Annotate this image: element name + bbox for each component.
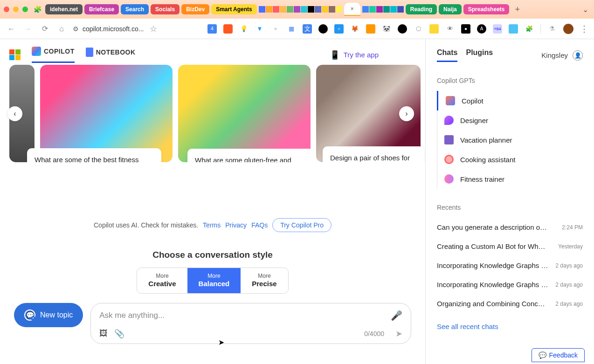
extension-icon[interactable]: ▫ xyxy=(334,24,344,34)
sidebar-tab-chats[interactable]: Chats xyxy=(437,48,457,62)
close-window[interactable] xyxy=(4,7,9,12)
style-balanced[interactable]: More Balanced xyxy=(187,268,241,293)
tab-favicon: 🧩 xyxy=(34,6,41,13)
forward-button[interactable]: → xyxy=(22,25,34,33)
new-topic-button[interactable]: 💬 New topic xyxy=(14,303,83,327)
gpt-designer[interactable]: Designer xyxy=(437,110,583,130)
recent-chat[interactable]: Organizing and Combining Concepts 2 days… xyxy=(437,294,583,313)
recent-chat[interactable]: Creating a Custom AI Bot for WhatsApp Ye… xyxy=(437,237,583,256)
style-precise[interactable]: More Precise xyxy=(241,268,288,293)
active-tab[interactable]: × xyxy=(344,3,360,16)
tab-notebook[interactable]: NOTEBOOK xyxy=(86,48,136,62)
tab-group-naija[interactable]: Naija xyxy=(439,4,462,14)
terms-link[interactable]: Terms xyxy=(203,221,221,229)
tab-group-briefcase[interactable]: Briefcase xyxy=(84,4,119,14)
reload-button[interactable]: ⟳ xyxy=(39,24,50,33)
extensions-puzzle-icon[interactable]: 🧩 xyxy=(525,24,534,34)
extension-icon[interactable]: ▫ xyxy=(271,24,280,34)
suggestion-card-fitness[interactable]: What are some of the best fitness games … xyxy=(40,65,173,162)
labs-icon[interactable]: ⚗ xyxy=(547,24,557,34)
style-creative[interactable]: More Creative xyxy=(137,268,187,293)
suggestion-carousel: ‹ › What are some of the best fitness ga… xyxy=(0,65,425,162)
recent-chat[interactable]: Incorporating Knowledge Graphs for Ch 2 … xyxy=(437,256,583,275)
extension-translate-icon[interactable]: 文 xyxy=(303,24,312,34)
recent-chat[interactable]: Can you generate a description of Spike … xyxy=(437,218,583,237)
bookmark-star-icon[interactable]: ☆ xyxy=(150,24,157,34)
tab-group-reading[interactable]: Reading xyxy=(406,4,437,14)
tab-group-smart-agents[interactable]: Smart Agents xyxy=(211,4,257,14)
carousel-prev-button[interactable]: ‹ xyxy=(7,106,22,121)
feedback-button[interactable]: 💬 Feedback xyxy=(532,348,585,362)
tab-group-idehen[interactable]: idehen.net xyxy=(45,4,83,14)
extension-icon[interactable]: 👁 xyxy=(445,24,455,34)
attachment-icon[interactable]: 📎 xyxy=(114,329,124,339)
tab-group-spreadsheets[interactable]: Spreadsheets xyxy=(463,4,510,14)
maximize-window[interactable] xyxy=(22,7,28,12)
send-icon[interactable]: ➤ xyxy=(395,329,402,339)
extension-icon[interactable]: ▼ xyxy=(255,24,264,34)
composer-input[interactable]: Ask me anything... xyxy=(99,311,391,320)
pinned-tabs[interactable] xyxy=(259,6,342,13)
see-all-chats-link[interactable]: See all recent chats xyxy=(437,323,583,330)
extension-icon[interactable] xyxy=(429,24,439,34)
card-prompt: Design a pair of shoes for the red carpe… xyxy=(323,146,424,162)
right-sidebar: Chats Plugins Kingsley 👤 Copilot GPTs Co… xyxy=(425,39,594,364)
tabs-dropdown[interactable]: ⌄ xyxy=(580,3,590,16)
extension-icon[interactable] xyxy=(398,24,407,34)
extension-metamask-icon[interactable]: 🦊 xyxy=(350,24,359,34)
tab-group-socials[interactable]: Socials xyxy=(151,4,180,14)
new-tab-button[interactable]: + xyxy=(511,5,524,14)
microsoft-logo[interactable] xyxy=(9,49,21,61)
url-text: copilot.microsoft.co... xyxy=(83,25,144,33)
recent-timestamp: 2 days ago xyxy=(555,262,583,269)
composer[interactable]: Ask me anything... 🎤 🖼 📎 0/4000 ➤ xyxy=(90,303,411,344)
suggestion-card-vegan[interactable]: What are some gluten-free and vegan reci… xyxy=(178,65,311,162)
browser-menu-icon[interactable]: ⋮ xyxy=(580,24,588,34)
address-bar[interactable]: ⚙ copilot.microsoft.co... ☆ xyxy=(73,24,157,34)
extension-icon[interactable] xyxy=(509,24,518,34)
extension-icon[interactable]: 💡 xyxy=(239,24,249,34)
microphone-icon[interactable]: 🎤 xyxy=(391,310,402,321)
close-tab-icon[interactable]: × xyxy=(351,6,354,12)
extension-icon[interactable]: ⬡ xyxy=(414,24,423,34)
home-button[interactable]: ⌂ xyxy=(56,25,67,33)
gpt-vacation[interactable]: Vacation planner xyxy=(437,130,583,150)
pinned-tabs-right[interactable] xyxy=(362,6,404,13)
extensions-overflow[interactable]: +64 xyxy=(493,24,502,34)
back-button[interactable]: ← xyxy=(6,25,17,33)
extension-icon[interactable]: 🐼 xyxy=(382,24,391,34)
extension-icon[interactable]: A xyxy=(477,24,486,34)
add-image-icon[interactable]: 🖼 xyxy=(99,329,108,338)
privacy-link[interactable]: Privacy xyxy=(225,221,247,229)
extension-icon[interactable] xyxy=(223,24,233,34)
carousel-next-button[interactable]: › xyxy=(399,106,414,121)
tab-copilot[interactable]: COPILOT xyxy=(32,47,75,63)
profile-avatar[interactable] xyxy=(563,24,573,34)
style-name: Creative xyxy=(148,280,176,288)
extension-icon[interactable]: ● xyxy=(461,24,470,34)
user-menu[interactable]: Kingsley 👤 xyxy=(541,48,583,62)
recent-chat[interactable]: Incorporating Knowledge Graphs in Ch 2 d… xyxy=(437,275,583,294)
try-app-link[interactable]: 📱 Try the app xyxy=(330,50,379,60)
extension-notifications[interactable]: 4 xyxy=(207,24,217,34)
tab-group-bizdev[interactable]: BizDev xyxy=(181,4,209,14)
extension-icon[interactable] xyxy=(318,24,328,34)
tab-group-search[interactable]: Search xyxy=(121,4,149,14)
style-name: Precise xyxy=(252,280,276,288)
gpt-label: Vacation planner xyxy=(460,136,512,144)
minimize-window[interactable] xyxy=(13,7,19,12)
sidebar-tab-plugins[interactable]: Plugins xyxy=(466,48,493,62)
extension-icon[interactable] xyxy=(366,24,375,34)
gpt-label: Cooking assistant xyxy=(460,156,515,164)
site-info-icon[interactable]: ⚙ xyxy=(73,25,79,33)
recent-title: Organizing and Combining Concepts xyxy=(437,300,549,308)
gpt-fitness[interactable]: Fitness trainer xyxy=(437,169,583,189)
gpt-cooking[interactable]: Cooking assistant xyxy=(437,150,583,169)
gpts-section: Copilot GPTs Copilot Designer Vacation p… xyxy=(437,77,583,189)
extension-icon[interactable]: ▦ xyxy=(287,24,296,34)
sidebar-tabs: Chats Plugins Kingsley 👤 xyxy=(437,48,583,62)
try-pro-button[interactable]: Try Copilot Pro xyxy=(272,218,332,232)
gpt-copilot[interactable]: Copilot xyxy=(437,91,583,110)
browser-tabs-bar: 🧩 idehen.net Briefcase Search Socials Bi… xyxy=(0,0,594,19)
faqs-link[interactable]: FAQs xyxy=(251,221,268,229)
